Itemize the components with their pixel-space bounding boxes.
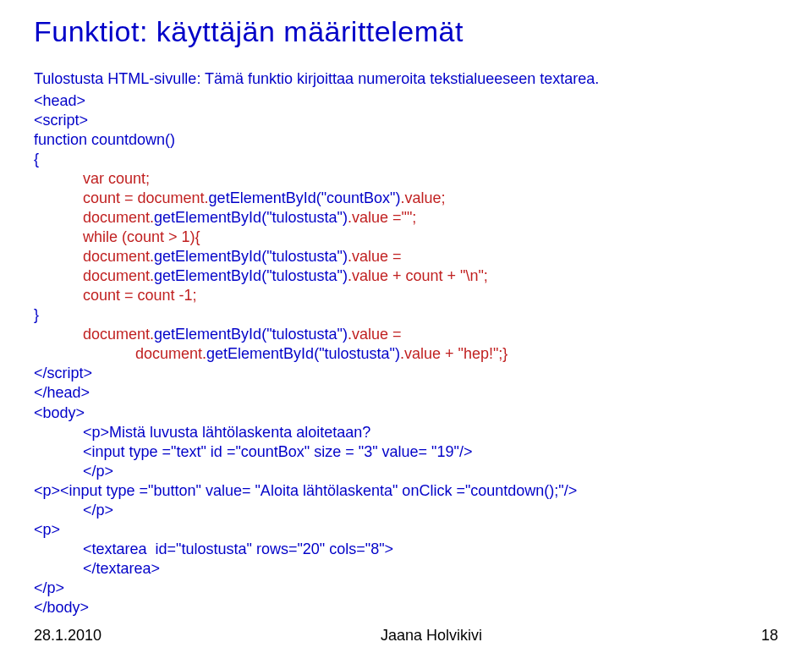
code-line: <input type ="text" id ="countBox" size … (83, 443, 472, 460)
code-line: count = count -1; (83, 287, 197, 304)
code-line: count = document. (83, 189, 209, 206)
code-line: function countdown() (34, 131, 175, 148)
code-line: getElementById("tulostusta") (206, 345, 400, 362)
code-line: </p> (34, 579, 64, 596)
intro-text: Tulostusta HTML-sivulle: Tämä funktio ki… (34, 70, 778, 88)
code-line: .value = (348, 248, 402, 265)
code-line: .value + count + "\n"; (348, 267, 488, 284)
code-line: </head> (34, 384, 90, 401)
code-line: } (34, 306, 39, 323)
code-line: <p>Mistä luvusta lähtölaskenta aloitetaa… (83, 424, 370, 441)
code-line: getElementById("tulostusta") (154, 248, 348, 265)
code-line: .value + "hep!";} (400, 345, 508, 362)
code-line: var count; (83, 170, 150, 187)
code-line: <p> (34, 521, 60, 538)
code-line: .value; (401, 189, 446, 206)
code-line: getElementById("tulostusta") (154, 267, 348, 284)
footer-author: Jaana Holvikivi (102, 627, 761, 645)
footer-page: 18 (761, 627, 778, 645)
code-line: document. (83, 267, 154, 284)
code-line: .value =""; (348, 209, 416, 226)
code-line: document. (83, 248, 154, 265)
code-line: <body> (34, 404, 85, 421)
code-line: <script> (34, 112, 88, 129)
code-line: getElementById("countBox") (209, 189, 401, 206)
code-block: <head> <script> function countdown() { v… (34, 91, 778, 617)
code-line: getElementById("tulostusta") (154, 209, 348, 226)
code-line: document. (135, 345, 206, 362)
code-line: <p><input type ="button" value= "Aloita … (34, 482, 577, 499)
code-line: </body> (34, 599, 89, 616)
code-line: </script> (34, 365, 92, 381)
code-line: .value = (348, 326, 402, 343)
slide-title: Funktiot: käyttäjän määrittelemät (34, 15, 778, 48)
code-line: document. (83, 326, 154, 343)
code-line: document. (83, 209, 154, 226)
code-line: <head> (34, 92, 85, 109)
footer-date: 28.1.2010 (34, 627, 102, 645)
code-line: </p> (83, 463, 113, 480)
footer: 28.1.2010 Jaana Holvikivi 18 (34, 627, 778, 645)
code-line: { (34, 151, 39, 167)
code-line: while (count > 1){ (83, 228, 200, 245)
code-line: </p> (83, 502, 113, 519)
code-line: </textarea> (83, 560, 160, 577)
code-line: getElementById("tulostusta") (154, 326, 348, 343)
code-line: <textarea id="tulostusta" rows="20" cols… (83, 541, 393, 557)
